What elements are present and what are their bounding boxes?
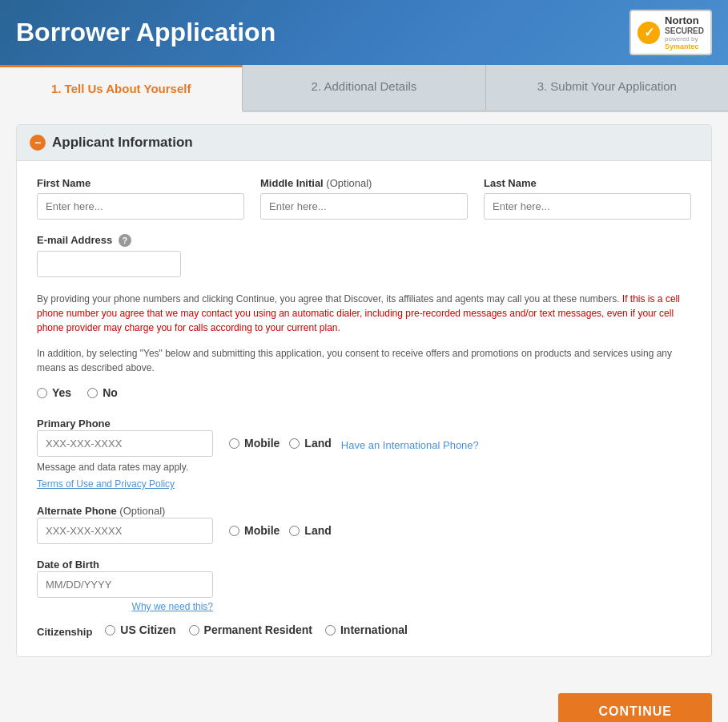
dob-input[interactable]: [37, 571, 213, 598]
dob-input-wrap: Why we need this?: [37, 571, 691, 612]
dob-section: Date of Birth Why we need this?: [37, 557, 691, 612]
why-link[interactable]: Why we need this?: [37, 601, 213, 612]
primary-phone-input-wrap: [37, 430, 213, 457]
primary-phone-input[interactable]: [37, 430, 213, 457]
email-group: E-mail Address ?: [37, 234, 229, 277]
alternate-phone-input-wrap: [37, 518, 213, 544]
alt-land-radio[interactable]: [289, 526, 300, 536]
first-name-group: First Name: [37, 177, 244, 220]
int-phone-link[interactable]: Have an International Phone?: [341, 439, 479, 451]
radio-no-input[interactable]: [87, 388, 98, 398]
primary-phone-section: Primary Phone Mobile Land: [37, 416, 691, 490]
alternate-phone-section: Alternate Phone (Optional) Mobile Land: [37, 503, 691, 544]
last-name-group: Last Name: [484, 177, 691, 220]
tabs-container: 1. Tell Us About Yourself 2. Additional …: [0, 65, 728, 112]
norton-text: Norton SECURED powered by Symantec: [665, 14, 704, 50]
tab-tell-us[interactable]: 1. Tell Us About Yourself: [0, 65, 243, 112]
email-row: E-mail Address ?: [37, 234, 691, 277]
citizenship-pr-radio[interactable]: [189, 625, 199, 635]
first-name-label: First Name: [37, 177, 244, 189]
citizenship-intl-radio[interactable]: [325, 625, 336, 635]
citizenship-row: Citizenship US Citizen Permanent Residen…: [37, 623, 691, 640]
terms-link[interactable]: Terms of Use and Privacy Policy: [37, 478, 175, 490]
radio-yes-input[interactable]: [37, 388, 47, 398]
norton-check-icon: ✓: [638, 22, 660, 44]
alternate-phone-input[interactable]: [37, 518, 213, 544]
email-label: E-mail Address ?: [37, 234, 229, 247]
first-name-input[interactable]: [37, 193, 244, 220]
alternate-phone-row: Mobile Land: [37, 518, 691, 544]
page-header: Borrower Application ✓ Norton SECURED po…: [0, 0, 728, 65]
primary-mobile-item[interactable]: Mobile: [229, 437, 280, 450]
tab-additional-details[interactable]: 2. Additional Details: [243, 65, 485, 110]
tab-submit-application[interactable]: 3. Submit Your Application: [486, 65, 728, 110]
primary-phone-type-group: Mobile Land Have an International Phone?: [229, 430, 691, 454]
disclaimer-1: By providing your phone numbers and clic…: [37, 292, 691, 335]
middle-initial-input[interactable]: [260, 193, 468, 220]
radio-no-item[interactable]: No: [87, 386, 118, 399]
citizenship-us-radio[interactable]: [105, 625, 115, 635]
page-title: Borrower Application: [16, 18, 276, 47]
continue-button[interactable]: CONTINUE: [558, 693, 712, 722]
norton-badge: ✓ Norton SECURED powered by Symantec: [629, 10, 712, 55]
norton-secured-label: Norton: [665, 14, 704, 26]
citizenship-intl-item[interactable]: International: [325, 623, 408, 636]
last-name-label: Last Name: [484, 177, 691, 189]
middle-initial-group: Middle Initial (Optional): [260, 177, 468, 220]
dob-label: Date of Birth: [37, 559, 99, 571]
primary-land-radio[interactable]: [289, 438, 300, 449]
consent-radio-group: Yes No: [37, 386, 691, 403]
alt-mobile-item[interactable]: Mobile: [229, 524, 280, 537]
primary-land-item[interactable]: Land: [289, 437, 331, 450]
norton-powered-label: powered by: [665, 35, 704, 42]
section-header: − Applicant Information: [17, 125, 711, 161]
radio-yes-item[interactable]: Yes: [37, 386, 71, 399]
disclaimer-2: In addition, by selecting "Yes" below an…: [37, 346, 691, 375]
email-input[interactable]: [37, 251, 181, 277]
primary-mobile-radio[interactable]: [229, 438, 239, 449]
norton-secured-label2: SECURED: [665, 26, 704, 35]
section-collapse-icon[interactable]: −: [30, 135, 46, 151]
last-name-input[interactable]: [484, 193, 691, 220]
alt-land-item[interactable]: Land: [289, 524, 331, 537]
disclaimer-red-text: If this is a cell phone number you agree…: [37, 293, 680, 333]
citizenship-us-item[interactable]: US Citizen: [105, 623, 175, 636]
norton-symantec-label: Symantec: [665, 42, 704, 50]
alternate-phone-type-group: Mobile Land: [229, 518, 691, 541]
citizenship-label: Citizenship: [37, 626, 92, 638]
middle-initial-label: Middle Initial (Optional): [260, 177, 468, 189]
alternate-phone-label: Alternate Phone (Optional): [37, 505, 165, 517]
page-footer: CONTINUE Next Step: Complete application: [0, 681, 728, 722]
email-help-icon[interactable]: ?: [119, 234, 131, 247]
message-rates-text: Message and data rates may apply.: [37, 462, 691, 473]
primary-phone-label: Primary Phone: [37, 417, 111, 430]
primary-phone-row: Mobile Land Have an International Phone?: [37, 430, 691, 457]
applicant-info-card: − Applicant Information First Name Middl…: [16, 124, 712, 657]
citizenship-pr-item[interactable]: Permanent Resident: [189, 623, 312, 636]
section-title: Applicant Information: [52, 135, 193, 151]
name-row: First Name Middle Initial (Optional) Las…: [37, 177, 691, 220]
alt-mobile-radio[interactable]: [229, 526, 239, 536]
main-content: − Applicant Information First Name Middl…: [0, 112, 728, 681]
section-body: First Name Middle Initial (Optional) Las…: [17, 161, 711, 656]
